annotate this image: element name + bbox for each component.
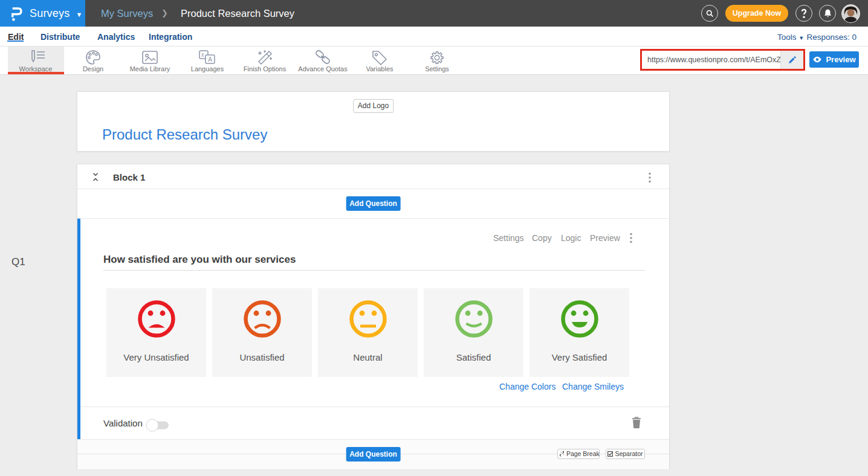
svg-text:A: A [208,56,212,63]
svg-text:x̄: x̄ [201,52,204,58]
